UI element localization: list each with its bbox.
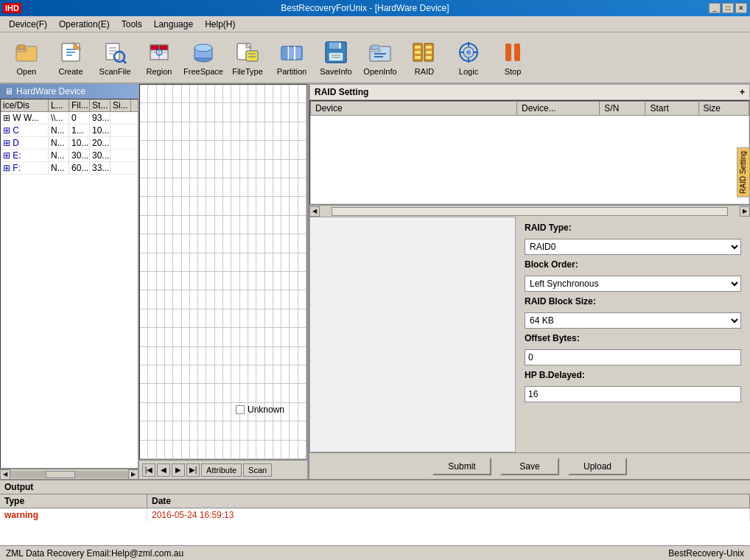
scroll-thumb[interactable] <box>46 471 75 478</box>
block-order-select[interactable]: Left Synchronous Right Synchronous Left … <box>525 276 741 292</box>
grid-cell <box>281 328 290 346</box>
menu-device[interactable]: Device(F) <box>3 18 53 31</box>
table-row[interactable]: ⊞ C N... 1... 10... <box>1 125 138 137</box>
region-button[interactable]: Region <box>139 35 180 80</box>
raid-scroll-right[interactable]: ▶ <box>740 206 750 217</box>
table-row[interactable]: ⊞ D N... 10... 20... <box>1 137 138 150</box>
openinfo-button[interactable]: OpenInfo <box>360 35 401 80</box>
scroll-left-arrow[interactable]: ◀ <box>0 469 10 480</box>
raid-empty-row <box>311 116 749 204</box>
row4-col3: 33... <box>90 162 111 174</box>
output-table: Type Date warning 2016-05-24 16:59:13 <box>0 494 750 545</box>
attribute-button[interactable]: Attribute <box>201 463 242 477</box>
row3-col3: 30... <box>90 150 111 161</box>
grid-cell <box>190 178 198 197</box>
scroll-track[interactable] <box>10 471 128 478</box>
offset-input[interactable] <box>525 349 741 365</box>
menu-operation[interactable]: Operation(E) <box>53 18 116 31</box>
raid-button[interactable]: RAID <box>404 35 445 80</box>
raid-scroll-track[interactable] <box>332 207 728 216</box>
grid-cell <box>223 441 231 459</box>
tree-area[interactable]: ice/Dis L... Fil... St... Si... ⊞ W W...… <box>0 99 139 469</box>
grid-cell <box>298 141 306 159</box>
menu-help[interactable]: Help(H) <box>199 18 241 31</box>
grid-cell <box>215 178 223 197</box>
saveinfo-button[interactable]: SaveInfo <box>315 35 357 80</box>
grid-cell <box>148 365 156 384</box>
create-button[interactable]: Create <box>50 35 91 80</box>
raid-title: RAID Setting <box>315 87 368 97</box>
maximize-button[interactable]: □ <box>722 3 734 13</box>
grid-cell <box>223 384 231 402</box>
grid-cell <box>231 216 239 234</box>
svg-point-52 <box>466 50 471 55</box>
open-button[interactable]: Open <box>6 35 47 80</box>
title-bar: IHD BestRecoveryForUnix - [HardWare Devi… <box>0 0 750 16</box>
grid-cell <box>223 85 231 103</box>
hp-delayed-input[interactable] <box>525 386 741 402</box>
table-row[interactable]: ⊞ W W... \\... 0 93... <box>1 112 138 125</box>
nav-first-button[interactable]: |◀ <box>142 463 155 477</box>
grid-cell <box>182 141 190 159</box>
grid-cell <box>215 234 223 253</box>
scan-button[interactable]: Scan <box>243 463 272 477</box>
row0-col0: ⊞ W W... <box>1 112 49 124</box>
raid-scroll-h[interactable]: ◀ ▶ <box>309 205 750 217</box>
partition-button[interactable]: Partition <box>271 35 312 80</box>
grid-cell <box>223 328 231 346</box>
upload-button[interactable]: Upload <box>568 458 627 475</box>
filetype-button[interactable]: FileType <box>227 35 268 80</box>
nav-prev-button[interactable]: ◀ <box>157 463 170 477</box>
minimize-button[interactable]: _ <box>709 3 721 13</box>
create-icon <box>57 39 84 66</box>
raid-scroll-left[interactable]: ◀ <box>309 206 320 217</box>
output-col-date: Date <box>147 494 750 508</box>
svg-rect-57 <box>505 43 511 61</box>
freespace-button[interactable]: FreeSpace <box>183 35 224 80</box>
grid-cell <box>240 216 248 234</box>
grid-cell <box>215 365 223 384</box>
grid-cell <box>256 253 264 272</box>
submit-button[interactable]: Submit <box>432 458 491 475</box>
stop-icon <box>500 39 526 66</box>
grid-cell <box>206 441 214 459</box>
grid-cell <box>182 347 190 365</box>
logic-button[interactable]: Logic <box>448 35 489 80</box>
table-row[interactable]: ⊞ F: N... 60... 33... <box>1 162 138 175</box>
grid-cell <box>148 421 156 440</box>
grid-cell <box>248 141 256 159</box>
menu-language[interactable]: Language <box>148 18 199 31</box>
raid-table-area[interactable]: Device Device... S/N Start Size <box>309 100 750 205</box>
close-button[interactable]: ✕ <box>735 3 747 13</box>
svg-rect-45 <box>415 56 421 59</box>
table-row[interactable]: ⊞ E: N... 30... 30... <box>1 150 138 162</box>
block-size-select[interactable]: 4 KB 8 KB 16 KB 32 KB 64 KB 128 KB 256 K… <box>525 312 741 329</box>
svg-rect-58 <box>514 43 520 61</box>
menu-tools[interactable]: Tools <box>116 18 148 31</box>
app-icon: IHD <box>3 3 21 13</box>
grid-cell <box>190 253 198 272</box>
grid-cell <box>148 122 156 141</box>
scroll-right-arrow[interactable]: ▶ <box>128 469 139 480</box>
grid-cell <box>256 272 264 290</box>
raid-expand-icon[interactable]: + <box>740 87 745 97</box>
svg-rect-49 <box>426 56 432 59</box>
grid-cell <box>165 122 173 141</box>
grid-cell <box>198 365 206 384</box>
block-order-label: Block Order: <box>525 259 741 270</box>
tree-scrollbar-h[interactable]: ◀ ▶ <box>0 469 139 479</box>
nav-last-button[interactable]: ▶| <box>186 463 200 477</box>
grid-canvas: Unknown <box>139 84 307 460</box>
grid-cell <box>173 403 181 421</box>
grid-cell <box>140 347 148 365</box>
hardware-panel-title: 🖥 HardWare Device <box>0 84 139 99</box>
unknown-checkbox[interactable] <box>236 405 245 414</box>
raid-type-select[interactable]: RAID0 RAID1 RAID5 JBOD <box>525 239 741 255</box>
sidebar-tab[interactable]: RAID Setting <box>737 147 750 197</box>
grid-cell <box>157 141 165 159</box>
scanfile-button[interactable]: ScanFile <box>94 35 136 80</box>
save-button[interactable]: Save <box>500 458 559 475</box>
grid-cell <box>215 160 223 178</box>
nav-next-button[interactable]: ▶ <box>172 463 185 477</box>
stop-button[interactable]: Stop <box>492 35 533 80</box>
